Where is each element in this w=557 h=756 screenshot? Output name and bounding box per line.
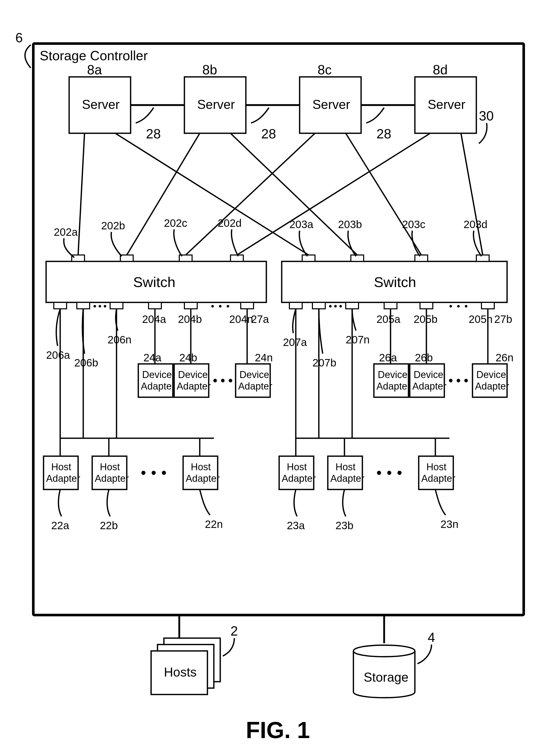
storage-icon: Storage 4 xyxy=(353,630,435,698)
svg-point-65 xyxy=(464,379,468,382)
lbl-202b: 202b xyxy=(101,220,125,232)
svg-point-10 xyxy=(93,305,96,308)
ref-28-1: 28 xyxy=(146,127,161,141)
lbl-205b: 205b xyxy=(414,313,437,325)
svg-rect-45 xyxy=(174,364,209,397)
svg-text:Adapter: Adapter xyxy=(377,381,411,392)
lbl-203a: 203a xyxy=(289,218,314,230)
hosts-icon: Hosts 2 xyxy=(151,623,238,695)
svg-rect-16 xyxy=(302,255,315,261)
ref-27b: 27b xyxy=(494,313,512,325)
switch-right-label: Switch xyxy=(374,274,416,290)
svg-text:Adapter: Adapter xyxy=(186,473,220,484)
svg-text:Host: Host xyxy=(100,461,120,472)
svg-rect-24 xyxy=(420,302,433,309)
svg-point-50 xyxy=(229,379,232,382)
lbl-205n: 205n xyxy=(469,313,493,325)
svg-text:Adapter: Adapter xyxy=(412,381,446,392)
ref-24a: 24a xyxy=(143,352,162,364)
lbl-202d: 202d xyxy=(218,217,241,229)
svg-point-102 xyxy=(377,471,381,475)
svg-rect-19 xyxy=(476,255,489,261)
lbl-206a: 206a xyxy=(46,349,70,361)
svg-point-49 xyxy=(221,379,225,382)
svg-text:Device: Device xyxy=(142,369,172,380)
lbl-203b: 203b xyxy=(338,218,362,230)
svg-rect-9 xyxy=(241,302,254,309)
ref-22b: 22b xyxy=(100,520,118,532)
svg-rect-0 xyxy=(72,255,85,261)
svg-point-30 xyxy=(457,305,460,308)
svg-point-85 xyxy=(162,471,166,475)
svg-text:Host: Host xyxy=(427,461,447,472)
svg-point-14 xyxy=(219,305,222,308)
ref-24b: 24b xyxy=(179,352,197,364)
svg-rect-105 xyxy=(419,456,453,489)
svg-point-103 xyxy=(387,471,391,475)
svg-text:Device: Device xyxy=(239,369,269,380)
svg-rect-21 xyxy=(313,302,325,309)
lbl-203d: 203d xyxy=(464,218,487,230)
svg-text:Device: Device xyxy=(414,369,443,380)
svg-text:Adapter: Adapter xyxy=(238,381,272,392)
svg-rect-86 xyxy=(183,456,218,489)
svg-rect-52 xyxy=(236,364,270,397)
lbl-204a: 204a xyxy=(142,313,166,325)
svg-text:Device: Device xyxy=(178,369,208,380)
svg-rect-23 xyxy=(384,302,397,309)
svg-rect-22 xyxy=(346,302,358,309)
svg-point-12 xyxy=(104,305,106,308)
svg-rect-17 xyxy=(351,255,364,261)
lbl-207n: 207n xyxy=(346,334,370,346)
ref-8a: 8a xyxy=(87,62,102,77)
svg-text:Adapter: Adapter xyxy=(330,473,364,484)
svg-point-13 xyxy=(211,305,214,308)
ref-28-3: 28 xyxy=(377,127,391,141)
svg-point-83 xyxy=(141,471,145,475)
svg-point-104 xyxy=(398,471,402,475)
svg-text:Adapter: Adapter xyxy=(177,381,211,392)
lbl-203c: 203c xyxy=(402,218,426,230)
hosts-label: Hosts xyxy=(164,665,197,679)
svg-rect-4 xyxy=(54,302,66,309)
switch-left-label: Switch xyxy=(133,274,175,290)
ref-26n: 26n xyxy=(496,352,514,364)
ref-30: 30 xyxy=(479,108,494,123)
svg-rect-77 xyxy=(43,456,78,489)
lbl-204n: 204n xyxy=(229,313,253,325)
svg-text:Adapter: Adapter xyxy=(475,381,509,392)
ref-4: 4 xyxy=(428,630,435,645)
figure-label: FIG. 1 xyxy=(246,717,310,743)
ref-26a: 26a xyxy=(379,352,397,364)
svg-rect-60 xyxy=(410,364,444,397)
svg-rect-99 xyxy=(328,456,362,489)
svg-text:Host: Host xyxy=(51,461,71,472)
svg-text:Adapter: Adapter xyxy=(421,473,455,484)
svg-text:Adapter: Adapter xyxy=(141,381,175,392)
storage-label: Storage xyxy=(364,670,408,684)
lbl-206n: 206n xyxy=(108,334,131,346)
lbl-202c: 202c xyxy=(164,217,187,229)
svg-point-31 xyxy=(465,305,467,308)
ref-22n: 22n xyxy=(205,518,223,530)
svg-text:Device: Device xyxy=(378,369,407,380)
svg-point-63 xyxy=(449,379,452,382)
svg-rect-3 xyxy=(231,255,243,261)
svg-rect-56 xyxy=(374,364,408,397)
server-label-a: Server xyxy=(82,97,120,112)
svg-point-64 xyxy=(457,379,460,382)
server-label-c: Server xyxy=(313,97,350,112)
svg-text:Host: Host xyxy=(191,461,211,472)
svg-rect-6 xyxy=(110,302,123,309)
svg-point-29 xyxy=(449,305,452,308)
lbl-205a: 205a xyxy=(377,313,401,325)
svg-rect-25 xyxy=(481,302,494,309)
lbl-202a: 202a xyxy=(54,226,78,238)
svg-point-11 xyxy=(98,305,101,308)
ref-26b: 26b xyxy=(415,352,433,364)
leader-6 xyxy=(25,45,31,68)
svg-rect-96 xyxy=(279,456,314,489)
ref-22a: 22a xyxy=(51,520,69,532)
svg-rect-67 xyxy=(472,364,507,397)
svg-rect-80 xyxy=(92,456,127,489)
